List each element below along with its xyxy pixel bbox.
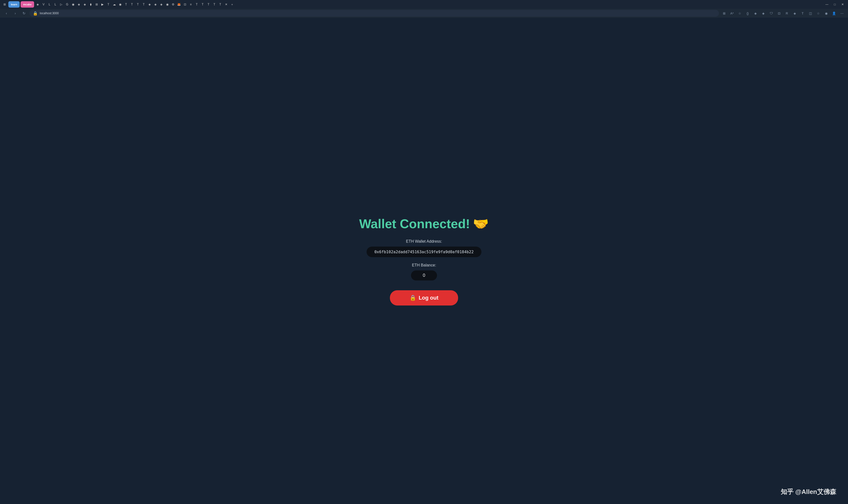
browser-toolbar-ext4[interactable]: R (784, 10, 790, 16)
handshake-emoji: 🤝 (473, 216, 489, 231)
new-tab-plus[interactable]: ＋ (230, 2, 235, 7)
ext-icon-13[interactable]: T (106, 2, 111, 7)
ext-icon-19[interactable]: T (141, 2, 146, 7)
browser-toolbar-collections[interactable]: ☆ (815, 10, 822, 16)
browser-toolbar-windows[interactable]: ⊞ (721, 10, 727, 16)
ext-icon-6[interactable]: G (65, 2, 70, 7)
browser-toolbar-ext5[interactable]: ◈ (792, 10, 798, 16)
reload-button[interactable]: ↻ (21, 10, 28, 17)
ext-icon-29[interactable]: T (200, 2, 205, 7)
address-bar-row: ‹ › ↻ 🔒 localhost:3000 ⊞ Aᵃ ☆ {} ◈ ◈ 🛡 ⊡… (0, 9, 848, 18)
browser-toolbar-ext1[interactable]: ◈ (752, 10, 759, 16)
ext-icon-21[interactable]: ◈ (153, 2, 158, 7)
maximize-button[interactable]: □ (831, 1, 838, 7)
ext-icon-9[interactable]: ◈ (82, 2, 88, 7)
window-controls: — □ ✕ (824, 1, 846, 7)
eth-balance-label: ETH Balance: (412, 263, 436, 268)
browser-toolbar-ext2[interactable]: ◈ (760, 10, 766, 16)
ext-icon-22[interactable]: ◈ (159, 2, 164, 7)
ext-icon-3[interactable]: L (47, 2, 52, 7)
ext-icon-8[interactable]: ◈ (76, 2, 82, 7)
logout-icon: 🔒 (410, 295, 416, 301)
browser-toolbar-profile[interactable]: 👤 (831, 10, 837, 16)
ext-icon-1[interactable]: ◈ (35, 2, 40, 7)
page-content: Wallet Connected! 🤝 ETH Wallet Address: … (0, 18, 848, 504)
tab-mcake[interactable]: mcake (21, 1, 34, 7)
minimize-button[interactable]: — (824, 1, 830, 7)
ext-icon-14[interactable]: ☁ (112, 2, 117, 7)
tab-learn[interactable]: learn (8, 1, 20, 7)
ext-icon-23[interactable]: ◉ (165, 2, 170, 7)
wallet-address-display: 0x6fb102a2dadd745163ac519fe9fa9d0af0184b… (366, 247, 482, 257)
browser-toolbar-menu[interactable]: ⋯ (839, 10, 845, 16)
eth-balance-display: 0 (411, 270, 437, 281)
ext-icon-12[interactable]: ▶ (100, 2, 105, 7)
toolbar-icons: ⊞ Aᵃ ☆ {} ◈ ◈ 🛡 ⊡ R ◈ T ◫ ☆ ◉ 👤 ⋯ (721, 10, 845, 16)
ext-icon-28[interactable]: T (194, 2, 199, 7)
ext-icon-10[interactable]: ⧫ (88, 2, 93, 7)
ext-icon-31[interactable]: T (212, 2, 217, 7)
wallet-connected-title: Wallet Connected! 🤝 (359, 216, 489, 231)
watermark-text: 知乎 @Allen艾佛森 (781, 488, 836, 496)
tab-mcake-label: mcake (23, 3, 31, 6)
url-display: localhost:3000 (40, 12, 59, 15)
close-button[interactable]: ✕ (839, 1, 846, 7)
browser-toolbar-ext3[interactable]: ⊡ (776, 10, 782, 16)
ext-icon-26[interactable]: ⊡ (182, 2, 188, 7)
ext-icon-33[interactable]: ✕ (223, 2, 229, 7)
browser-toolbar-code[interactable]: {} (744, 10, 751, 16)
browser-toolbar-sidebar[interactable]: ◫ (807, 10, 814, 16)
ext-icon-15[interactable]: ◉ (118, 2, 123, 7)
browser-toolbar-shield[interactable]: 🛡 (768, 10, 774, 16)
ext-icon-24[interactable]: ⚙ (170, 2, 176, 7)
tab-learn-label: learn (11, 3, 17, 6)
ext-icon-30[interactable]: T (206, 2, 211, 7)
address-bar[interactable]: 🔒 localhost:3000 (30, 10, 719, 17)
extension-icons-row: ◈ V L L ▷ G ◉ ◈ ◈ ⧫ ⊞ ▶ T ☁ ◉ T T T T ◈ … (35, 2, 823, 7)
forward-button[interactable]: › (12, 10, 19, 17)
back-button[interactable]: ‹ (3, 10, 10, 17)
ext-icon-25[interactable]: 🦊 (176, 2, 182, 7)
eth-wallet-label: ETH Wallet Address: (406, 239, 442, 244)
logout-button[interactable]: 🔒 Log out (390, 290, 458, 306)
ext-icon-27[interactable]: ≡ (188, 2, 194, 7)
browser-toolbar-copilot[interactable]: ◉ (823, 10, 829, 16)
ext-icon-16[interactable]: T (123, 2, 129, 7)
browser-toolbar-read[interactable]: Aᵃ (729, 10, 735, 16)
ext-icon-5[interactable]: ▷ (59, 2, 64, 7)
browser-chrome: ⊞ learn mcake ◈ V L L ▷ G ◉ ◈ ◈ ⧫ ⊞ ▶ T … (0, 0, 848, 18)
ext-icon-20[interactable]: ◈ (147, 2, 152, 7)
tab-bar: ⊞ learn mcake ◈ V L L ▷ G ◉ ◈ ◈ ⧫ ⊞ ▶ T … (0, 0, 848, 9)
browser-toolbar-ext6[interactable]: T (799, 10, 806, 16)
browser-toolbar-bookmark[interactable]: ☆ (737, 10, 743, 16)
wallet-title-text: Wallet Connected! (359, 216, 470, 231)
security-icon: 🔒 (33, 11, 38, 16)
ext-icon-7[interactable]: ◉ (70, 2, 76, 7)
ext-icon-4[interactable]: L (53, 2, 58, 7)
logout-label: Log out (419, 295, 438, 301)
ext-icon-32[interactable]: T (218, 2, 223, 7)
ext-icon-17[interactable]: T (129, 2, 135, 7)
ext-icon-11[interactable]: ⊞ (94, 2, 100, 7)
ext-icon-18[interactable]: T (135, 2, 141, 7)
ext-icon-2[interactable]: V (41, 2, 47, 7)
new-tab-icon[interactable]: ⊞ (2, 2, 7, 7)
